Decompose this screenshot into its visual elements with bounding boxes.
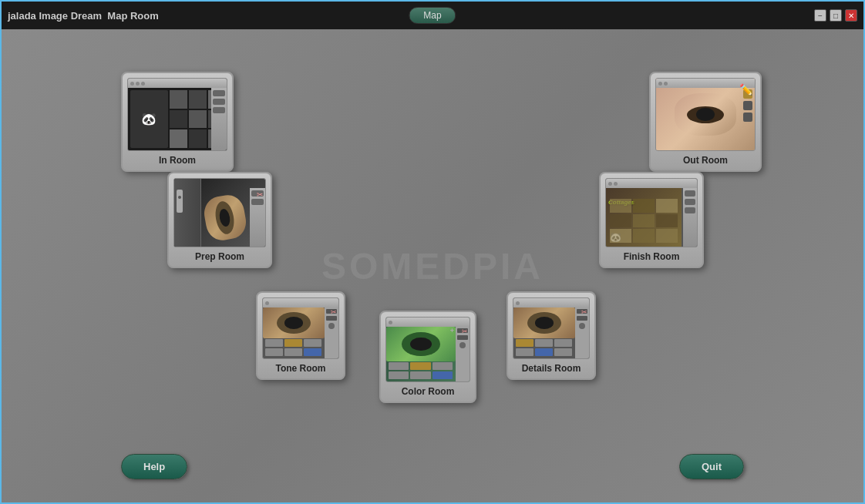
close-button[interactable]: ✕ bbox=[845, 9, 857, 22]
minimize-button[interactable]: − bbox=[814, 9, 826, 22]
in-room-card[interactable]: 🐼 In Room bbox=[121, 72, 234, 172]
help-button[interactable]: Help bbox=[121, 454, 187, 479]
prep-room-card[interactable]: ✂ Prep Room bbox=[167, 172, 272, 268]
tone-room-thumbnail: ✂ bbox=[262, 297, 339, 359]
finish-room-label: Finish Room bbox=[624, 251, 680, 262]
color-room-card[interactable]: ✂ + Color Room bbox=[379, 311, 476, 403]
watermark: SOMEDPIA bbox=[321, 245, 544, 287]
in-room-label: In Room bbox=[159, 155, 196, 166]
tone-room-label: Tone Room bbox=[275, 363, 325, 374]
color-room-thumbnail: ✂ + bbox=[385, 317, 470, 382]
titlebar: jalada Image Dream Map Room Map − □ ✕ bbox=[2, 2, 863, 29]
finish-room-thumbnail: Cottages 🐼 bbox=[605, 178, 698, 247]
prep-room-thumbnail: ✂ bbox=[173, 178, 266, 247]
finish-room-card[interactable]: Cottages 🐼 Finish Room bbox=[599, 172, 704, 268]
details-room-label: Details Room bbox=[522, 363, 581, 374]
tone-room-card[interactable]: ✂ Tone Room bbox=[256, 291, 345, 380]
color-room-label: Color Room bbox=[402, 386, 455, 397]
details-room-card[interactable]: ✂ Details Room bbox=[507, 291, 596, 380]
out-room-label: Out Room bbox=[683, 155, 728, 166]
out-room-card[interactable]: ✏️ Out Room bbox=[649, 72, 762, 172]
main-area: SOMEDPIA 🐼 In Ro bbox=[2, 29, 863, 502]
quit-button[interactable]: Quit bbox=[679, 454, 744, 479]
in-room-thumbnail: 🐼 bbox=[127, 78, 227, 151]
app-title: jalada Image Dream Map Room bbox=[8, 10, 159, 22]
window-controls: − □ ✕ bbox=[814, 9, 857, 22]
out-room-thumbnail: ✏️ bbox=[655, 78, 756, 151]
prep-room-label: Prep Room bbox=[195, 251, 244, 262]
map-button[interactable]: Map bbox=[409, 7, 456, 24]
maximize-button[interactable]: □ bbox=[830, 9, 842, 22]
details-room-thumbnail: ✂ bbox=[513, 297, 590, 359]
